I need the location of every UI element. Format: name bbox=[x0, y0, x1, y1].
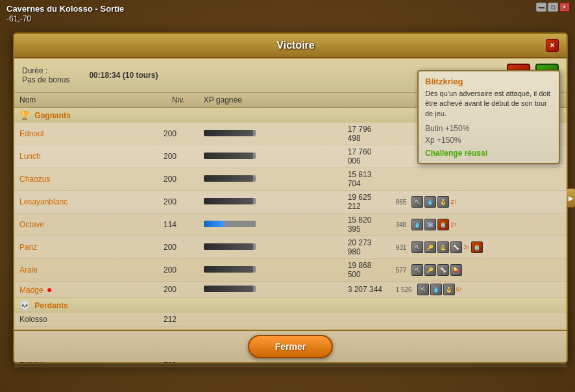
item-icon: 💧 bbox=[424, 196, 436, 208]
item-icon: 🦴 bbox=[450, 241, 462, 253]
table-row: Madge ● 200 3 207 344 1 526 ⛏ 💧 bbox=[14, 282, 567, 298]
kamas-value: 865 bbox=[396, 199, 407, 206]
player-items: 348 💧 ❄️ 🫙 2↑ bbox=[391, 214, 567, 236]
player-items: 865 ⛏ 💧 🪝 2↑ bbox=[391, 191, 567, 214]
player-name[interactable]: Madge bbox=[19, 286, 43, 295]
table-row: Panz 200 20 273 980 931 ⛏ 🔑 🪝 bbox=[14, 236, 567, 259]
player-kamas bbox=[343, 313, 391, 326]
blitzkrieg-butin: Butin +150% Xp +150% bbox=[425, 123, 552, 146]
player-items bbox=[391, 367, 567, 373]
table-row: Arale 200 19 868 500 577 ⛏ 🔑 🦴 bbox=[14, 259, 567, 282]
blitzkrieg-title: Blitzkrieg bbox=[425, 77, 552, 86]
item-icon: ⛏ bbox=[411, 196, 423, 208]
item-icon: ⛏ bbox=[417, 284, 429, 295]
item-icon: 💊 bbox=[450, 264, 462, 276]
kamas-value: 348 bbox=[396, 221, 407, 228]
player-name[interactable]: Arale bbox=[19, 265, 38, 275]
player-name[interactable]: Blérice bbox=[19, 369, 43, 372]
blitzkrieg-tooltip: Blitzkrieg Dès qu'un adversaire est atta… bbox=[417, 70, 560, 164]
losers-header: 💀 Perdants bbox=[14, 298, 567, 313]
player-name-octave[interactable]: Octave bbox=[19, 220, 44, 229]
player-xp: 19 625 212 bbox=[343, 191, 391, 214]
player-xp-bar bbox=[199, 282, 343, 298]
player-level: 200 bbox=[158, 282, 199, 298]
player-xp: 19 868 500 bbox=[343, 259, 391, 282]
player-name[interactable]: Ednool bbox=[19, 129, 43, 138]
side-arrow[interactable]: ▶ bbox=[567, 188, 575, 208]
blitzkrieg-description: Dès qu'un adversaire est attaqué, il doi… bbox=[425, 89, 552, 119]
player-items bbox=[391, 168, 567, 191]
player-xp-bar bbox=[199, 191, 343, 214]
item-icon: ❄️ bbox=[424, 219, 436, 230]
timer-value: 00:18:34 (10 tours) bbox=[89, 71, 158, 80]
player-name[interactable]: Lesayanblanc bbox=[19, 197, 67, 206]
item-icon: 🔑 bbox=[424, 241, 436, 253]
player-xp-bar bbox=[199, 236, 343, 259]
window-title-main: Cavernes du Kolosso - Sortie bbox=[6, 4, 124, 14]
win-controls: — □ × bbox=[536, 3, 570, 12]
window-header: Victoire × bbox=[14, 34, 567, 58]
title-bar: Cavernes du Kolosso - Sortie -61,-70 — □… bbox=[0, 0, 575, 27]
item-icon: 🔑 bbox=[424, 264, 436, 276]
player-xp-bar bbox=[199, 123, 343, 145]
player-name[interactable]: Lunch bbox=[19, 152, 41, 161]
kamas-value: 577 bbox=[396, 267, 407, 274]
kamas-value: 931 bbox=[396, 244, 407, 251]
table-row: Chaozus 200 15 813 704 bbox=[14, 168, 567, 191]
player-xp-bar bbox=[199, 367, 343, 373]
penalty-indicator: ● bbox=[47, 284, 52, 295]
player-xp: 3 207 344 bbox=[343, 282, 391, 298]
item-icon: 🪝 bbox=[437, 196, 449, 208]
player-name[interactable]: Chaozus bbox=[19, 175, 50, 184]
table-row: Lesayanblanc 200 19 625 212 865 ⛏ 💧 🪝 bbox=[14, 191, 567, 214]
player-xp: 15 820 395 bbox=[343, 214, 391, 236]
col-name: Nom bbox=[14, 93, 158, 108]
main-window: Victoire × Durée : Pas de bonus 00:18:34… bbox=[13, 32, 568, 363]
item-count: 3↑ bbox=[463, 244, 470, 251]
item-count: 2↑ bbox=[450, 221, 457, 228]
blitzkrieg-challenge: Challenge réussi bbox=[425, 149, 552, 158]
close-fermer-button[interactable]: Fermer bbox=[248, 335, 333, 358]
player-xp: 17 760 006 bbox=[343, 145, 391, 168]
player-items: 931 ⛏ 🔑 🪝 🦴 3↑ 🫙 bbox=[391, 236, 567, 259]
item-count: 5↑ bbox=[456, 286, 463, 293]
window-coords: -61,-70 bbox=[6, 14, 31, 23]
item-icon: 🦴 bbox=[437, 264, 449, 276]
item-count: 2↑ bbox=[450, 199, 457, 205]
minimize-button[interactable]: — bbox=[536, 3, 546, 12]
player-xp-bar bbox=[199, 214, 343, 236]
maximize-button[interactable]: □ bbox=[548, 3, 558, 12]
item-icon: ⛏ bbox=[411, 241, 423, 253]
player-level: 200 bbox=[158, 259, 199, 282]
item-icon: 🫙 bbox=[471, 241, 483, 253]
player-xp: 15 813 704 bbox=[343, 168, 391, 191]
player-level: 114 bbox=[158, 214, 199, 236]
table-row: Octave 114 15 820 395 348 💧 ❄️ 🫙 bbox=[14, 214, 567, 236]
player-name[interactable]: Panz bbox=[19, 243, 37, 252]
player-xp: 20 273 980 bbox=[343, 236, 391, 259]
player-items bbox=[391, 313, 567, 326]
player-xp-bar bbox=[199, 313, 343, 326]
skull-icon: 💀 bbox=[19, 300, 30, 310]
col-level: Niv. bbox=[158, 93, 199, 108]
player-name[interactable]: Kolosso bbox=[19, 315, 47, 324]
close-button-top[interactable]: × bbox=[559, 3, 570, 12]
col-xp: XP gagnée bbox=[199, 93, 343, 108]
table-row: Kolosso 212 bbox=[14, 313, 567, 326]
item-icon: 🪝 bbox=[437, 241, 449, 253]
player-xp-bar bbox=[199, 259, 343, 282]
player-xp-bar bbox=[199, 168, 343, 191]
item-icon: ⛏ bbox=[411, 264, 423, 276]
player-level: 200 bbox=[158, 145, 199, 168]
bottom-bar: Fermer bbox=[14, 330, 567, 362]
player-xp: 17 796 498 bbox=[343, 123, 391, 145]
player-level: 200 bbox=[158, 191, 199, 214]
player-level: 212 bbox=[158, 313, 199, 326]
kamas-value: 1 526 bbox=[396, 286, 412, 293]
trophy-icon: 🏆 bbox=[19, 110, 30, 120]
victory-title: Victoire bbox=[45, 40, 546, 51]
player-kamas bbox=[343, 367, 391, 373]
close-button[interactable]: × bbox=[546, 39, 559, 52]
player-level: 200 bbox=[158, 123, 199, 145]
item-icon: 🫙 bbox=[437, 219, 449, 230]
